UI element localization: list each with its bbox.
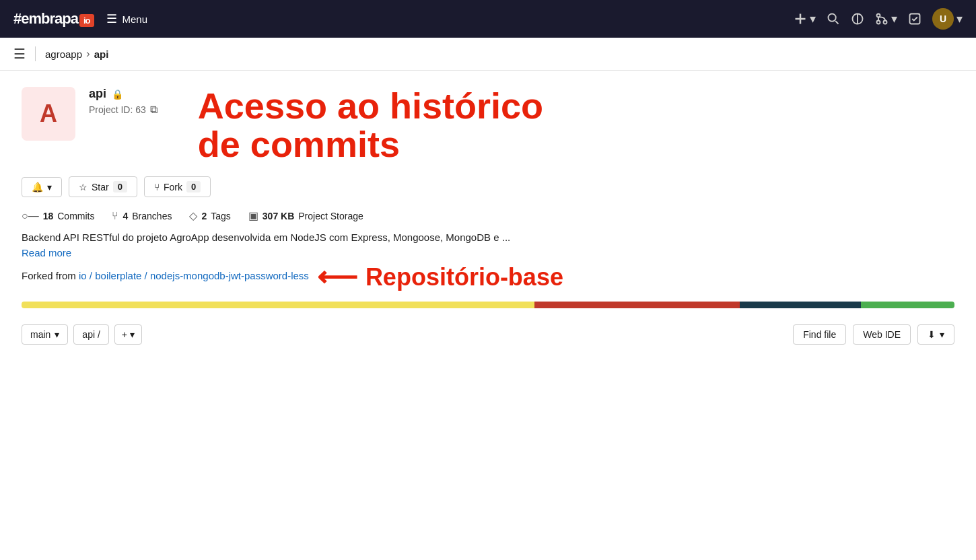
project-name: api (89, 87, 106, 101)
chevron-down-icon: ▾ (47, 182, 52, 193)
web-ide-button[interactable]: Web IDE (853, 324, 911, 345)
path-label: api / (73, 324, 108, 345)
breadcrumb: agroapp › api (45, 47, 108, 61)
tags-stat[interactable]: ◇ 2 Tags (189, 209, 230, 222)
tags-label: Tags (211, 211, 231, 221)
bottom-right: Find file Web IDE ⬇ ▾ (793, 324, 954, 345)
topnav-left: #embrapaio ☰ Menu (13, 10, 147, 28)
find-file-label: Find file (803, 329, 836, 340)
storage-size: 307 KB (263, 211, 294, 221)
fork-count: 0 (186, 181, 201, 193)
top-navigation: #embrapaio ☰ Menu ▾ ▾ U ▾ (0, 0, 976, 38)
fork-row: Forked from io / boilerplate / nodejs-mo… (22, 262, 954, 291)
read-more-link[interactable]: Read more (22, 247, 71, 258)
fork-annotation-label: Repositório-base (365, 264, 563, 291)
branch-chevron-icon: ▾ (55, 329, 59, 340)
user-chevron-icon: ▾ (956, 11, 963, 26)
annotation-title-text: Acesso ao histórico de commits (198, 87, 543, 163)
plus-icon (794, 12, 807, 26)
divider (35, 46, 36, 61)
user-avatar-button[interactable]: U ▾ (932, 8, 963, 30)
sidebar-toggle-button[interactable]: ☰ (13, 46, 26, 62)
storage-stat: ▣ 307 KB Project Storage (248, 209, 363, 222)
project-name-row: api 🔒 (89, 87, 158, 101)
project-avatar: A (22, 87, 75, 141)
search-button[interactable] (827, 12, 840, 26)
find-file-button[interactable]: Find file (793, 324, 846, 345)
language-bar (22, 302, 954, 308)
topnav-right: ▾ ▾ U ▾ (794, 8, 963, 30)
breadcrumb-agroapp[interactable]: agroapp (45, 48, 82, 60)
forked-from-text: Forked from io / boilerplate / nodejs-mo… (22, 270, 309, 281)
copy-icon[interactable]: ⧉ (150, 104, 158, 116)
breadcrumb-separator: › (86, 47, 90, 61)
bottom-toolbar: main ▾ api / + ▾ Find file Web IDE (22, 322, 954, 345)
lang-javascript (22, 302, 534, 308)
svg-point-6 (877, 21, 880, 24)
svg-rect-1 (796, 18, 806, 20)
commits-stat[interactable]: ○— 18 Commits (22, 210, 94, 222)
main-content: A api 🔒 Project ID: 63 ⧉ Acesso ao histó… (0, 71, 976, 361)
plus-icon: + (122, 329, 127, 340)
star-icon: ☆ (79, 182, 88, 193)
chevron-icon-2: ▾ (891, 11, 897, 26)
svg-point-5 (884, 21, 887, 24)
svg-line-3 (835, 21, 838, 24)
project-header: A api 🔒 Project ID: 63 ⧉ Acesso ao histó… (22, 87, 954, 163)
branches-stat[interactable]: ⑂ 4 Branches (112, 210, 172, 222)
branch-selector[interactable]: main ▾ (22, 324, 68, 345)
todo-icon (908, 12, 921, 26)
star-count: 0 (113, 181, 127, 193)
fork-source-link[interactable]: io / boilerplate / nodejs-mongodb-jwt-pa… (79, 270, 309, 281)
menu-label: Menu (123, 13, 148, 25)
project-id-label: Project ID: 63 (89, 104, 146, 115)
lang-shell (740, 302, 861, 308)
bell-icon: 🔔 (32, 182, 43, 193)
tag-icon: ◇ (189, 209, 197, 222)
commit-icon: ○— (22, 210, 39, 222)
bottom-left: main ▾ api / + ▾ (22, 324, 142, 345)
menu-button[interactable]: ☰ Menu (106, 11, 148, 26)
svg-point-2 (829, 14, 836, 22)
download-chevron-icon: ▾ (940, 329, 944, 340)
project-info: api 🔒 Project ID: 63 ⧉ (89, 87, 158, 116)
project-id-row: Project ID: 63 ⧉ (89, 104, 158, 116)
logo-brand: embrapa (21, 10, 78, 27)
create-new-button[interactable]: ▾ (794, 11, 816, 26)
lang-other (861, 302, 954, 308)
download-button[interactable]: ⬇ ▾ (917, 324, 954, 345)
fork-button[interactable]: ⑂ Fork 0 (144, 176, 211, 197)
arrow-left-icon: ⟵ (317, 262, 357, 291)
hamburger-icon: ☰ (106, 11, 117, 26)
todo-button[interactable] (908, 12, 921, 26)
web-ide-label: Web IDE (863, 329, 901, 340)
storage-label: Project Storage (298, 211, 363, 221)
notify-button[interactable]: 🔔 ▾ (22, 177, 62, 197)
branch-name: main (30, 329, 50, 340)
fork-icon: ⑂ (154, 182, 160, 193)
logo[interactable]: #embrapaio (13, 10, 94, 28)
action-buttons: 🔔 ▾ ☆ Star 0 ⑂ Fork 0 (22, 176, 954, 197)
breadcrumb-api: api (94, 48, 109, 60)
appearance-button[interactable] (851, 12, 864, 26)
merge-icon (875, 12, 888, 26)
search-icon (827, 12, 840, 26)
star-button[interactable]: ☆ Star 0 (69, 176, 137, 197)
avatar: U (932, 8, 954, 30)
logo-badge: io (79, 14, 94, 27)
appearance-icon (851, 12, 864, 26)
project-description: Backend API RESTful do projeto AgroApp d… (22, 232, 954, 243)
merge-requests-button[interactable]: ▾ (875, 11, 897, 26)
annotation-title: Acesso ao histórico de commits (198, 87, 543, 163)
commits-count: 18 (43, 211, 54, 221)
star-label: Star (92, 182, 109, 193)
commits-label: Commits (57, 211, 94, 221)
download-icon: ⬇ (928, 329, 936, 340)
add-file-button[interactable]: + ▾ (114, 324, 142, 345)
lang-typescript (534, 302, 740, 308)
path-text: api / (82, 329, 100, 340)
branches-label: Branches (132, 211, 172, 221)
lock-icon: 🔒 (112, 89, 123, 100)
secondary-navigation: ☰ agroapp › api (0, 38, 976, 71)
branch-icon: ⑂ (112, 210, 118, 222)
